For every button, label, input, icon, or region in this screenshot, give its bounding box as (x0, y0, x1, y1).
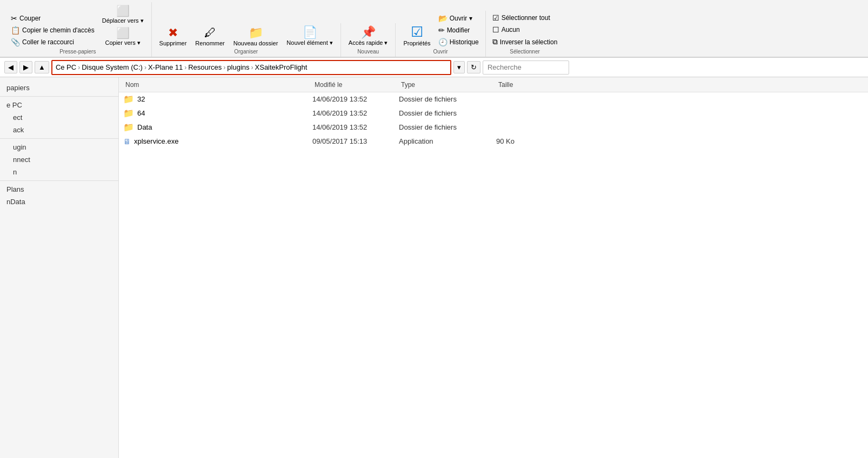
ribbon-btns-presse-papiers: ✂ Couper 📋 Copier le chemin d'accès 📎 Co… (9, 4, 147, 48)
nouveau-dossier-label: Nouveau dossier (233, 40, 278, 46)
sidebar-item-plans[interactable]: Plans (0, 183, 118, 196)
copy-path-icon: 📋 (11, 26, 20, 35)
folder-icon: 📁 (123, 122, 134, 132)
file-modified: 09/05/2017 15:13 (312, 137, 399, 145)
breadcrumb-item-xplane[interactable]: X-Plane 11 (148, 63, 183, 71)
proprietes-button[interactable]: ☑ Propriétés (400, 24, 433, 48)
ribbon-group-nouveau: 📌 Accès rapide ▾ Nouveau (341, 23, 396, 57)
selectionner-tout-button[interactable]: ☑ Sélectionner tout (490, 12, 560, 23)
file-rows: 📁 32 14/06/2019 13:52 Dossier de fichier… (119, 92, 868, 149)
ouvrir-button[interactable]: 📂 Ouvrir ▾ (436, 13, 481, 24)
col-header-nom[interactable]: Nom (123, 81, 312, 89)
sidebar-divider-2 (0, 138, 118, 139)
coller-raccourci-button[interactable]: 📎 Coller le raccourci (9, 37, 97, 48)
forward-button[interactable]: ▶ (19, 61, 32, 73)
folder-icon: 📁 (123, 108, 134, 118)
new-item-icon: 📄 (303, 26, 317, 38)
sidebar-item-e-pc[interactable]: e PC (0, 99, 118, 111)
file-modified: 14/06/2019 13:52 (312, 123, 399, 131)
file-name: Data (137, 123, 310, 131)
file-type: Dossier de fichiers (399, 109, 496, 117)
copier-chemin-button[interactable]: 📋 Copier le chemin d'accès (9, 25, 97, 36)
sidebar-divider-1 (0, 96, 118, 97)
breadcrumb-sep-3: › (184, 64, 186, 71)
file-type: Application (399, 137, 496, 145)
refresh-button[interactable]: ↻ (467, 61, 480, 73)
deplacer-vers-button[interactable]: ⬜ Déplacer vers ▾ (99, 4, 147, 25)
file-row-folder-data[interactable]: 📁 Data 14/06/2019 13:52 Dossier de fichi… (119, 120, 868, 134)
col-header-type[interactable]: Type (399, 81, 496, 89)
couper-button[interactable]: ✂ Couper (9, 13, 97, 24)
coller-label: Coller le raccourci (22, 38, 74, 46)
supprimer-button[interactable]: ✖ Supprimer (156, 26, 190, 48)
organiser-title: Organiser (234, 49, 258, 55)
sidebar-item-ack[interactable]: ack (0, 124, 118, 136)
acces-rapide-button[interactable]: 📌 Accès rapide ▾ (345, 25, 391, 48)
file-list-header: Nom Modifié le Type Taille (119, 77, 868, 92)
sidebar-item-ndata[interactable]: nData (0, 196, 118, 208)
couper-label: Couper (19, 15, 41, 22)
address-bar: ◀ ▶ ▲ Ce PC › Disque System (C:) › X-Pla… (0, 58, 868, 77)
breadcrumb-item-resources[interactable]: Resources (188, 63, 222, 71)
breadcrumb-sep-4: › (223, 64, 225, 71)
sidebar-item-n[interactable]: n (0, 166, 118, 178)
sidebar-item-ugin[interactable]: ugin (0, 141, 118, 153)
breadcrumb-sep-1: › (78, 64, 80, 71)
back-button[interactable]: ◀ (4, 61, 17, 73)
breadcrumb-item-xsaitekproflight[interactable]: XSaitekProFlight (255, 63, 308, 71)
ouvrir-col: 📂 Ouvrir ▾ ✏ Modifier 🕘 Historique (436, 13, 481, 48)
col-header-modifie[interactable]: Modifié le (312, 81, 399, 89)
ribbon-group-selectionner: ☑ Sélectionner tout ☐ Aucun ⧉ Inverser l… (486, 10, 564, 57)
aucun-label: Aucun (502, 26, 520, 33)
file-row-folder-32[interactable]: 📁 32 14/06/2019 13:52 Dossier de fichier… (119, 92, 868, 106)
nouveau-title: Nouveau (357, 49, 379, 55)
breadcrumb[interactable]: Ce PC › Disque System (C:) › X-Plane 11 … (51, 60, 451, 75)
file-name: 64 (137, 109, 310, 117)
none-icon: ☐ (492, 25, 499, 34)
breadcrumb-sep-2: › (144, 64, 146, 71)
main-layout: papiers e PC ect ack ugin nnect n Plans … (0, 77, 868, 458)
file-row-file-xplservice[interactable]: 🖥 xplservice.exe 09/05/2017 15:13 Applic… (119, 134, 868, 149)
breadcrumb-item-ce-pc[interactable]: Ce PC (56, 63, 76, 71)
breadcrumb-label-xsaitekproflight: XSaitekProFlight (255, 63, 308, 71)
sidebar: papiers e PC ect ack ugin nnect n Plans … (0, 77, 119, 458)
ribbon-bar: ✂ Couper 📋 Copier le chemin d'accès 📎 Co… (0, 0, 868, 57)
breadcrumb-label-ce-pc: Ce PC (56, 63, 76, 71)
file-size: 90 Ko (496, 137, 561, 145)
ribbon-group-presse-papiers: ✂ Couper 📋 Copier le chemin d'accès 📎 Co… (4, 2, 152, 57)
ribbon-btns-nouveau: 📌 Accès rapide ▾ (345, 25, 391, 48)
breadcrumb-dropdown-button[interactable]: ▾ (453, 61, 465, 73)
file-row-folder-64[interactable]: 📁 64 14/06/2019 13:52 Dossier de fichier… (119, 106, 868, 120)
copier-vers-button[interactable]: ⬜ Copier vers ▾ (99, 26, 147, 48)
search-input[interactable] (483, 60, 569, 75)
renommer-button[interactable]: 🖊 Renommer (192, 26, 228, 48)
supprimer-label: Supprimer (159, 40, 187, 46)
open-icon: 📂 (438, 14, 448, 23)
sidebar-item-papiers[interactable]: papiers (0, 82, 118, 94)
new-folder-icon: 📁 (249, 27, 263, 39)
sidebar-item-ect[interactable]: ect (0, 111, 118, 124)
breadcrumb-label-disque: Disque System (C:) (82, 63, 143, 71)
move-icon: ⬜ (116, 5, 130, 16)
file-modified: 14/06/2019 13:52 (312, 95, 399, 103)
nouveau-dossier-button[interactable]: 📁 Nouveau dossier (230, 26, 282, 48)
modifier-button[interactable]: ✏ Modifier (436, 25, 481, 36)
file-list: Nom Modifié le Type Taille 📁 32 14/06/20… (119, 77, 868, 458)
history-icon: 🕘 (438, 38, 448, 46)
breadcrumb-item-disque[interactable]: Disque System (C:) (82, 63, 143, 71)
historique-button[interactable]: 🕘 Historique (436, 37, 481, 48)
aucun-button[interactable]: ☐ Aucun (490, 24, 560, 35)
copier-chemin-label: Copier le chemin d'accès (22, 26, 95, 34)
up-button[interactable]: ▲ (35, 61, 49, 73)
sidebar-item-nnect[interactable]: nnect (0, 153, 118, 166)
proprietes-label: Propriétés (403, 40, 430, 46)
move-copy-col: ⬜ Déplacer vers ▾ ⬜ Copier vers ▾ (99, 4, 147, 48)
paste-icon: 📎 (11, 38, 20, 46)
col-header-taille[interactable]: Taille (496, 81, 561, 89)
nouvel-element-button[interactable]: 📄 Nouvel élément ▾ (283, 25, 336, 48)
edit-icon: ✏ (438, 26, 445, 35)
inverser-selection-button[interactable]: ⧉ Inverser la sélection (490, 36, 560, 48)
breadcrumb-item-plugins[interactable]: plugins (227, 63, 249, 71)
file-modified: 14/06/2019 13:52 (312, 109, 399, 117)
sidebar-divider-3 (0, 180, 118, 181)
